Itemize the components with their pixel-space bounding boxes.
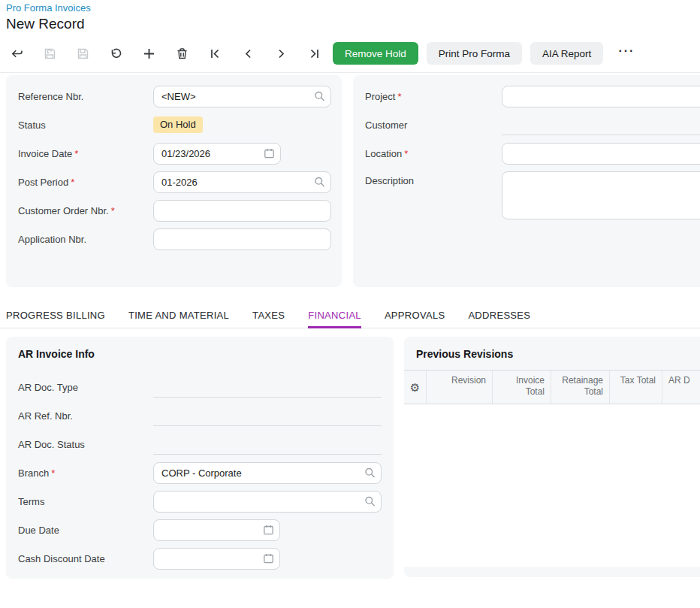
customer-order-nbr-label: Customer Order Nbr.* — [18, 205, 153, 216]
customer-readonly-field — [502, 115, 700, 135]
status-badge: On Hold — [153, 116, 203, 133]
previous-revisions-grid: ⚙ Revision Invoice Total Retainage Total… — [404, 370, 700, 567]
cash-discount-date-label: Cash Discount Date — [18, 553, 153, 564]
reference-nbr-row: Reference Nbr. — [6, 82, 342, 110]
more-actions-button[interactable]: ··· — [612, 44, 641, 62]
cash-discount-date-input[interactable] — [153, 548, 280, 570]
undo-icon — [109, 47, 123, 61]
ar-doc-status-label: AR Doc. Status — [18, 439, 153, 450]
column-header-retainage-total[interactable]: Retainage Total — [551, 371, 610, 404]
status-label: Status — [18, 119, 153, 131]
project-label: Project* — [365, 91, 502, 102]
search-icon[interactable] — [314, 91, 325, 102]
last-record-button[interactable] — [297, 39, 330, 68]
cash-discount-date-row: Cash Discount Date — [6, 544, 394, 573]
summary-left-panel: Reference Nbr. Status On Hold Invoice Da… — [6, 75, 342, 287]
page-title: New Record — [6, 16, 91, 32]
save-icon — [76, 47, 90, 61]
column-header-revision[interactable]: Revision — [427, 371, 493, 404]
post-period-input[interactable] — [153, 171, 331, 193]
delete-button[interactable] — [165, 39, 198, 68]
search-icon[interactable] — [314, 177, 325, 188]
tab-approvals[interactable]: APPROVALS — [385, 304, 445, 328]
status-row: Status On Hold — [6, 110, 342, 139]
back-icon — [10, 47, 24, 61]
ar-doc-type-row: AR Doc. Type — [6, 373, 394, 401]
application-nbr-row: Application Nbr. — [6, 225, 342, 253]
aia-report-button[interactable]: AIA Report — [530, 42, 603, 65]
terms-label: Terms — [18, 496, 153, 507]
ar-doc-type-readonly-field — [153, 377, 382, 398]
first-record-button[interactable] — [198, 39, 231, 68]
remove-hold-button[interactable]: Remove Hold — [333, 42, 418, 65]
column-header-tax-total[interactable]: Tax Total — [610, 371, 662, 404]
previous-revisions-title: Previous Revisions — [416, 347, 700, 361]
ar-invoice-info-panel: AR Invoice Info AR Doc. Type AR Ref. Nbr… — [6, 337, 394, 579]
tab-taxes[interactable]: TAXES — [252, 304, 285, 328]
save-and-close-button — [33, 39, 66, 68]
ar-ref-nbr-readonly-field — [153, 406, 382, 426]
grid-header-row: ⚙ Revision Invoice Total Retainage Total… — [404, 370, 700, 404]
column-header-invoice-total[interactable]: Invoice Total — [493, 371, 551, 404]
project-row: Project* — [353, 82, 700, 110]
tab-strip: PROGRESS BILLING TIME AND MATERIAL TAXES… — [0, 304, 700, 328]
next-record-button[interactable] — [264, 39, 297, 68]
customer-label: Customer — [365, 119, 502, 131]
ar-doc-status-readonly-field — [153, 434, 382, 455]
branch-label: Branch* — [18, 467, 153, 479]
customer-order-nbr-input[interactable] — [153, 200, 331, 222]
ar-ref-nbr-row: AR Ref. Nbr. — [6, 401, 394, 430]
search-icon[interactable] — [364, 496, 376, 507]
toolbar-divider — [0, 72, 700, 73]
header-area: Pro Forma Invoices New Record — [6, 2, 91, 32]
calendar-icon[interactable] — [263, 525, 274, 536]
back-button[interactable] — [0, 39, 33, 68]
application-nbr-label: Application Nbr. — [18, 234, 153, 245]
branch-row: Branch* — [6, 458, 394, 487]
reference-nbr-label: Reference Nbr. — [18, 91, 153, 102]
chevron-left-icon — [241, 47, 255, 61]
tab-addresses[interactable]: ADDRESSES — [468, 304, 530, 328]
tab-time-and-material[interactable]: TIME AND MATERIAL — [128, 304, 229, 328]
tab-progress-billing[interactable]: PROGRESS BILLING — [6, 304, 105, 328]
calendar-icon[interactable] — [264, 148, 275, 159]
application-nbr-input[interactable] — [153, 228, 331, 250]
description-row: Description — [353, 168, 700, 225]
location-label: Location* — [365, 148, 502, 159]
location-input[interactable] — [502, 143, 700, 165]
last-record-icon — [307, 47, 321, 61]
ar-doc-type-label: AR Doc. Type — [18, 382, 153, 393]
description-textarea[interactable] — [502, 171, 700, 219]
location-row: Location* — [353, 139, 700, 168]
plus-icon — [142, 47, 156, 61]
grid-settings-button[interactable]: ⚙ — [404, 371, 427, 404]
description-label: Description — [365, 168, 502, 186]
invoice-date-row: Invoice Date* — [6, 139, 342, 168]
first-record-icon — [208, 47, 222, 61]
invoice-date-input[interactable] — [153, 143, 281, 165]
ar-ref-nbr-label: AR Ref. Nbr. — [18, 410, 153, 422]
undo-button[interactable] — [99, 39, 132, 68]
breadcrumb[interactable]: Pro Forma Invoices — [6, 2, 91, 14]
trash-icon — [175, 47, 189, 61]
due-date-row: Due Date — [6, 516, 394, 544]
print-pro-forma-button[interactable]: Print Pro Forma — [427, 42, 522, 65]
customer-row: Customer — [353, 110, 700, 139]
tab-financial[interactable]: FINANCIAL — [308, 304, 361, 328]
summary-right-panel: Project* Customer Location* Description — [353, 75, 700, 287]
terms-input[interactable] — [153, 491, 382, 513]
branch-input[interactable] — [153, 462, 382, 484]
save-and-close-icon — [43, 47, 57, 61]
column-header-ar-doc[interactable]: AR D — [662, 371, 700, 404]
previous-record-button[interactable] — [231, 39, 264, 68]
due-date-input[interactable] — [153, 519, 280, 541]
reference-nbr-input[interactable] — [153, 86, 331, 107]
search-icon[interactable] — [364, 467, 376, 479]
calendar-icon[interactable] — [263, 553, 274, 564]
customer-order-nbr-row: Customer Order Nbr.* — [6, 196, 342, 225]
gear-icon: ⚙ — [410, 382, 420, 393]
due-date-label: Due Date — [18, 525, 153, 536]
project-input[interactable] — [502, 86, 700, 107]
chevron-right-icon — [274, 47, 288, 61]
add-button[interactable] — [132, 39, 165, 68]
